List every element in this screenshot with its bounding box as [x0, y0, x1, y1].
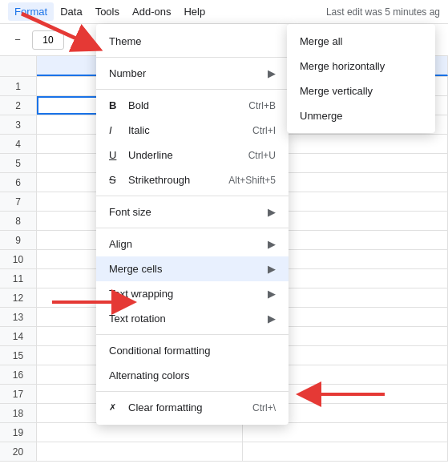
merge-cells-arrow-icon: ▶	[268, 263, 276, 275]
number-label: Number	[109, 67, 146, 79]
conditional-label: Conditional formatting	[109, 345, 210, 357]
row-header-3: 3	[0, 115, 37, 134]
cell-f20[interactable]	[243, 442, 449, 461]
row-header-7: 7	[0, 192, 37, 211]
menu-help[interactable]: Help	[177, 2, 212, 21]
annotation-arrow-merge	[48, 290, 152, 314]
align-label: Align	[109, 238, 132, 250]
merge-horizontally-label: Merge horizontally	[300, 60, 385, 72]
text-wrapping-arrow-icon: ▶	[268, 288, 276, 300]
strikethrough-icon: S	[109, 174, 125, 186]
clear-label: Clear formatting	[128, 401, 202, 413]
italic-icon: I	[109, 124, 125, 136]
format-dropdown-menu: Theme Number ▶ B Bold Ctrl+B I Italic Ct…	[96, 24, 289, 425]
format-menu-fontsize[interactable]: Font size ▶	[96, 200, 289, 224]
merge-all-label: Merge all	[300, 35, 342, 47]
strikethrough-shortcut: Alt+Shift+5	[228, 175, 276, 186]
row-header-2: 2	[0, 96, 37, 115]
underline-shortcut: Ctrl+U	[248, 150, 276, 161]
menu-divider-2	[96, 89, 289, 90]
format-menu-strikethrough[interactable]: S Strikethrough Alt+Shift+5	[96, 167, 289, 192]
menu-divider-6	[96, 391, 289, 392]
merge-vertically-label: Merge vertically	[300, 85, 373, 97]
cell-e19[interactable]	[37, 423, 243, 442]
theme-label: Theme	[109, 35, 141, 47]
align-arrow-icon: ▶	[268, 238, 276, 250]
format-menu-italic[interactable]: I Italic Ctrl+I	[96, 118, 289, 143]
cell-f19[interactable]	[243, 423, 449, 442]
unmerge-label: Unmerge	[300, 110, 342, 122]
menu-divider-1	[96, 57, 289, 58]
annotation-arrow-format	[8, 4, 112, 52]
row-header-13: 13	[0, 308, 37, 326]
format-menu-conditional[interactable]: Conditional formatting	[96, 338, 289, 363]
row-header-8: 8	[0, 212, 37, 230]
table-row: 20	[0, 442, 448, 462]
format-menu-alternating[interactable]: Alternating colors	[96, 363, 289, 388]
merge-vertically[interactable]: Merge vertically	[287, 79, 435, 103]
bold-shortcut: Ctrl+B	[248, 100, 276, 111]
submenu-arrow-icon: ▶	[268, 67, 276, 79]
text-rotation-label: Text rotation	[109, 313, 166, 325]
merge-cells-label: Merge cells	[109, 263, 162, 275]
row-header-14: 14	[0, 327, 37, 345]
format-menu-merge-cells[interactable]: Merge cells ▶	[96, 256, 289, 281]
annotation-arrow-unmerge	[297, 382, 393, 406]
format-menu-align[interactable]: Align ▶	[96, 232, 289, 256]
row-header-20: 20	[0, 442, 37, 461]
row-header-spacer	[0, 56, 37, 76]
underline-icon: U	[109, 149, 125, 161]
menu-divider-3	[96, 196, 289, 196]
format-menu-theme[interactable]: Theme	[96, 29, 289, 54]
menu-divider-4	[96, 228, 289, 228]
menu-divider-5	[96, 334, 289, 335]
row-header-12: 12	[0, 288, 37, 307]
alternating-label: Alternating colors	[109, 369, 189, 381]
italic-shortcut: Ctrl+I	[252, 125, 276, 136]
cell-e20[interactable]	[37, 442, 243, 461]
row-header-6: 6	[0, 173, 37, 192]
merge-horizontally[interactable]: Merge horizontally	[287, 54, 435, 79]
underline-label: Underline	[128, 149, 173, 161]
text-rotation-arrow-icon: ▶	[268, 313, 276, 325]
merge-submenu: Merge all Merge horizontally Merge verti…	[287, 24, 435, 133]
row-header-11: 11	[0, 269, 37, 288]
row-header-16: 16	[0, 365, 37, 384]
row-header-19: 19	[0, 423, 37, 442]
format-menu-underline[interactable]: U Underline Ctrl+U	[96, 143, 289, 167]
row-header-10: 10	[0, 250, 37, 268]
bold-icon: B	[109, 99, 125, 111]
row-header-18: 18	[0, 404, 37, 422]
row-header-5: 5	[0, 154, 37, 172]
row-header-17: 17	[0, 385, 37, 403]
format-menu-clear[interactable]: ✗ Clear formatting Ctrl+\	[96, 395, 289, 420]
clear-icon: ✗	[109, 402, 125, 413]
row-header-4: 4	[0, 135, 37, 153]
italic-label: Italic	[128, 124, 150, 136]
last-edit-label: Last edit was 5 minutes ag	[326, 6, 440, 18]
merge-all[interactable]: Merge all	[287, 29, 435, 54]
row-header-15: 15	[0, 346, 37, 365]
bold-label: Bold	[128, 99, 149, 111]
fontsize-label: Font size	[109, 206, 151, 218]
menu-addons[interactable]: Add-ons	[126, 2, 177, 21]
table-row: 19	[0, 423, 448, 442]
fontsize-arrow-icon: ▶	[268, 206, 276, 218]
strikethrough-label: Strikethrough	[128, 174, 190, 186]
format-menu-number[interactable]: Number ▶	[96, 61, 289, 86]
format-menu-bold[interactable]: B Bold Ctrl+B	[96, 93, 289, 118]
row-header-1: 1	[0, 77, 37, 95]
row-header-9: 9	[0, 231, 37, 249]
clear-shortcut: Ctrl+\	[252, 402, 276, 413]
unmerge[interactable]: Unmerge	[287, 103, 435, 128]
